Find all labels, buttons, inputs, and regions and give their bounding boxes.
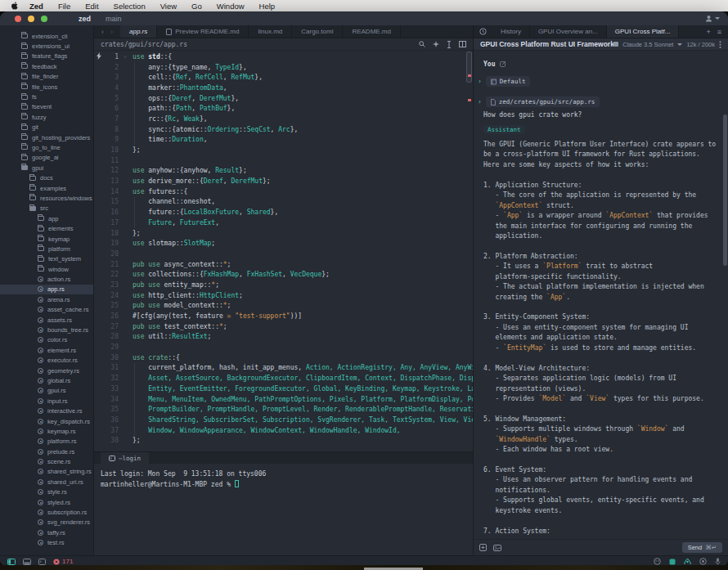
default-context-chip[interactable]: Default (486, 76, 531, 87)
chat-scrollbar-thumb[interactable] (723, 114, 727, 266)
close-window-button[interactable] (15, 16, 21, 22)
code-line[interactable]: 25pub use model_context::*; (94, 301, 473, 312)
sidebar-item-examples[interactable]: examples (0, 183, 93, 193)
sidebar-item-geometry-rs[interactable]: geometry.rs (0, 366, 93, 375)
code-line[interactable]: 1˅use std::{ (94, 52, 473, 62)
sidebar-item-key-dispatch-rs[interactable]: key_dispatch.rs (0, 416, 93, 426)
menu-file[interactable]: File (51, 2, 78, 11)
sidebar-item-input-rs[interactable]: input.rs (0, 396, 93, 406)
inline-assist-icon[interactable] (433, 41, 439, 47)
conversation[interactable]: You › Default (474, 51, 728, 539)
sidebar-item-assets-rs[interactable]: assets.rs (0, 315, 93, 325)
conversation-title[interactable]: GPUI Cross Platform Rust UI Framework (480, 40, 613, 48)
panel-menu-icon[interactable]: ≡ (717, 28, 721, 36)
sidebar-item-scene-rs[interactable]: scene.rs (0, 456, 93, 466)
assistant-tab-history[interactable]: History (492, 25, 530, 38)
code-line[interactable]: 37 Window, WindowAppearance, WindowConte… (94, 425, 473, 436)
menu-zed[interactable]: Zed (22, 2, 51, 11)
tab-readme-md[interactable]: README.md (343, 25, 401, 38)
code-line[interactable]: 9 time::Duration, (94, 135, 473, 146)
sidebar-item-resources-windows[interactable]: resources/windows (0, 193, 93, 203)
toggle-bottom-dock-icon[interactable] (23, 559, 31, 565)
kebab-menu-icon[interactable] (719, 41, 721, 48)
assistant-tab-gpui-cross-platf-[interactable]: GPUI Cross Platf... (607, 25, 680, 38)
copilot-icon[interactable] (654, 558, 661, 565)
code-editor[interactable]: 1˅use std::{2 any::{type_name, TypeId},3… (94, 51, 473, 451)
code-line[interactable]: 10}; (94, 145, 473, 155)
sidebar-item-global-rs[interactable]: global.rs (0, 375, 93, 385)
sidebar-item-google-ai[interactable]: google_ai (0, 153, 93, 163)
quote-selection-icon[interactable] (479, 544, 487, 551)
cursor-ibeam-icon[interactable] (447, 41, 452, 48)
code-line[interactable]: 2 any::{type_name, TypeId}, (94, 62, 473, 73)
sidebar-item-arena-rs[interactable]: arena.rs (0, 294, 93, 304)
code-line[interactable]: 14use futures::{ (94, 186, 473, 197)
sidebar-item-docs[interactable]: docs (0, 173, 93, 182)
image-icon[interactable] (493, 545, 501, 551)
file-context-chip[interactable]: zed/crates/gpui/src/app.rs (486, 96, 600, 107)
code-line[interactable]: 5 ops::{Deref, DerefMut}, (94, 93, 473, 104)
code-line[interactable]: 7 rc::{Rc, Weak}, (94, 114, 473, 124)
sidebar-item-elements[interactable]: elements (0, 223, 93, 233)
code-line[interactable]: 27pub use test_context::*; (94, 321, 473, 332)
diagnostics-indicator[interactable]: 171 (53, 558, 73, 565)
sidebar-item-styled-rs[interactable]: styled.rs (0, 497, 93, 507)
sidebar-item-platform-rs[interactable]: platform.rs (0, 437, 93, 447)
sidebar-item-keymap[interactable]: keymap (0, 234, 93, 244)
mic-icon[interactable] (715, 558, 721, 565)
menu-view[interactable]: View (153, 2, 184, 11)
menu-help[interactable]: Help (252, 2, 283, 11)
toggle-left-dock-icon[interactable] (7, 559, 16, 565)
tab-cargo-toml[interactable]: Cargo.toml (292, 25, 343, 38)
nav-forward-icon[interactable]: › (110, 28, 113, 36)
code-line[interactable]: 20 (94, 249, 473, 259)
code-line[interactable]: 32 Asset, AssetSource, BackgroundExecuto… (94, 373, 473, 384)
code-line[interactable]: 18}; (94, 228, 473, 239)
search-icon[interactable] (419, 41, 425, 47)
sidebar-item-action-rs[interactable]: action.rs (0, 274, 93, 284)
sidebar-item-gpui-rs[interactable]: gpui.rs (0, 386, 93, 396)
code-line[interactable]: 26#[cfg(any(test, feature = "test-suppor… (94, 311, 473, 321)
sidebar-item-extensions-ui[interactable]: extensions_ui (0, 41, 93, 51)
sidebar-item-git[interactable]: git (0, 123, 93, 132)
sidebar-item-svg-renderer-rs[interactable]: svg_renderer.rs (0, 518, 93, 527)
sidebar-item-app[interactable]: app (0, 213, 93, 223)
code-line[interactable]: 36 SharedString, SubscriberSet, Subscrip… (94, 415, 473, 425)
code-line[interactable]: 31 current_platform, hash, init_app_menu… (94, 363, 473, 374)
sidebar-item-fsevent[interactable]: fsevent (0, 102, 93, 112)
traffic-lights[interactable] (15, 16, 47, 22)
assistant-tab-gpui-overview-an-[interactable]: GPUI Overview an... (530, 25, 607, 38)
menu-edit[interactable]: Edit (78, 2, 106, 11)
code-line[interactable]: 28use util::ResultExt; (94, 332, 473, 343)
tab-preview-readme-md[interactable]: Preview README.md (157, 25, 249, 38)
code-line[interactable]: 24use http_client::HttpClient; (94, 290, 473, 301)
model-selector[interactable]: Claude 3.5 Sonnet (622, 41, 673, 48)
code-line[interactable]: 30use crate::{ (94, 352, 473, 363)
code-line[interactable]: 16 future::{LocalBoxFuture, Shared}, (94, 207, 473, 218)
sidebar-item-style-rs[interactable]: style.rs (0, 487, 93, 497)
edit-message-icon[interactable] (500, 61, 506, 67)
collab-share-icon[interactable] (684, 558, 691, 565)
user-message-text[interactable]: How does gpui crate work? (483, 111, 728, 119)
breadcrumb[interactable]: crates/gpui/src/app.rs (94, 38, 473, 51)
menu-go[interactable]: Go (184, 2, 209, 11)
terminal-output[interactable]: Last login: Mon Sep 9 13:51:18 on ttys00… (94, 464, 473, 555)
sidebar-item-fs[interactable]: fs (0, 92, 93, 101)
minimize-window-button[interactable] (28, 16, 34, 22)
code-line[interactable]: 17 Future, FutureExt, (94, 218, 473, 228)
sidebar-item-file-icons[interactable]: file_icons (0, 82, 93, 92)
code-line[interactable]: 8 sync::{atomic::Ordering::SeqCst, Arc}, (94, 124, 473, 135)
sidebar-item-prelude-rs[interactable]: prelude.rs (0, 447, 93, 456)
code-line[interactable]: 4 marker::PhantomData, (94, 83, 473, 93)
code-line[interactable]: 3 cell::{Ref, RefCell, RefMut}, (94, 72, 473, 83)
menu-window[interactable]: Window (209, 2, 252, 11)
sidebar-item-subscription-rs[interactable]: subscription.rs (0, 507, 93, 517)
sidebar-item-executor-rs[interactable]: executor.rs (0, 356, 93, 366)
code-line[interactable]: 21pub use async_context::*; (94, 259, 473, 270)
screen-share-icon[interactable] (699, 558, 707, 565)
sidebar-item-src[interactable]: src (0, 204, 93, 213)
sidebar-item-color-rs[interactable]: color.rs (0, 335, 93, 345)
code-line[interactable]: 29 (94, 342, 473, 352)
assistant-toggle-icon[interactable] (669, 559, 676, 565)
project-name[interactable]: zed (79, 15, 91, 23)
